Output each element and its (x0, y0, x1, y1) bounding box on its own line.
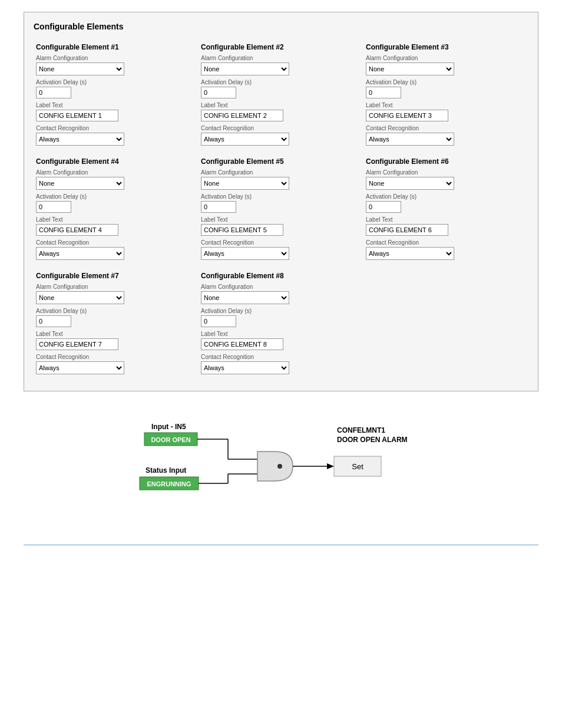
element-4-alarm-label: Alarm Configuration (36, 169, 191, 176)
element-6-delay-input[interactable] (366, 201, 401, 213)
element-2-delay-input[interactable] (201, 87, 236, 98)
element-7-alarm-label: Alarm Configuration (36, 284, 191, 290)
element-2-labeltext-input[interactable] (201, 110, 283, 121)
element-1-title: Configurable Element #1 (36, 43, 191, 51)
diagram-container: Input - IN5 DOOR OPEN Status Input ENGRU… (134, 421, 428, 515)
element-3-delay-input[interactable] (366, 87, 401, 98)
element-7-alarm-select[interactable]: NoneAlarmWarning (36, 291, 124, 304)
element-5-title: Configurable Element #5 (201, 157, 356, 166)
page-container: Configurable Elements Configurable Eleme… (0, 0, 562, 728)
config-element-7: Configurable Element #7 Alarm Configurat… (34, 267, 199, 381)
status-label: Status Input (146, 466, 186, 475)
element-5-alarm-select[interactable]: NoneAlarmWarning (201, 177, 289, 190)
element-1-delay-input[interactable] (36, 87, 71, 98)
element-4-delay-input[interactable] (36, 201, 71, 213)
element-6-delay-label: Activation Delay (s) (366, 193, 521, 200)
element-8-title: Configurable Element #8 (201, 272, 356, 280)
element-2-alarm-select[interactable]: NoneAlarmWarning (201, 62, 289, 75)
element-1-alarm-select[interactable]: NoneAlarmWarning (36, 62, 124, 75)
element-3-alarm-label: Alarm Configuration (366, 55, 521, 61)
element-4-labeltext-label: Label Text (36, 216, 191, 223)
element-8-contact-label: Contact Recognition (201, 354, 356, 360)
element-5-contact-select[interactable]: AlwaysNeverOn Change (201, 247, 289, 260)
input-label: Input - IN5 (151, 423, 186, 431)
element-6-title: Configurable Element #6 (366, 157, 521, 166)
config-element-4: Configurable Element #4 Alarm Configurat… (34, 153, 199, 267)
config-panel-title: Configurable Elements (34, 22, 528, 31)
element-8-labeltext-label: Label Text (201, 331, 356, 337)
config-element-6: Configurable Element #6 Alarm Configurat… (363, 153, 528, 267)
element-1-contact-label: Contact Recognition (36, 125, 191, 131)
config-grid: Configurable Element #1 Alarm Configurat… (34, 38, 528, 381)
set-label: Set (352, 462, 363, 471)
element-6-alarm-label: Alarm Configuration (366, 169, 521, 176)
element-6-alarm-select[interactable]: NoneAlarmWarning (366, 177, 454, 190)
config-element-1: Configurable Element #1 Alarm Configurat… (34, 38, 199, 153)
config-element-8: Configurable Element #8 Alarm Configurat… (199, 267, 363, 381)
element-4-contact-label: Contact Recognition (36, 239, 191, 246)
output-line2: DOOR OPEN ALARM (337, 436, 408, 444)
element-7-title: Configurable Element #7 (36, 272, 191, 280)
element-8-delay-input[interactable] (201, 315, 236, 327)
arrow-to-set (327, 463, 334, 469)
element-7-contact-select[interactable]: AlwaysNeverOn Change (36, 361, 124, 374)
element-2-contact-label: Contact Recognition (201, 125, 356, 131)
element-1-contact-select[interactable]: AlwaysNeverOn Change (36, 133, 124, 146)
element-8-alarm-label: Alarm Configuration (201, 284, 356, 290)
engrunning-badge-text: ENGRUNNING (147, 480, 191, 487)
element-1-labeltext-label: Label Text (36, 102, 191, 108)
element-6-contact-select[interactable]: AlwaysNeverOn Change (366, 247, 454, 260)
element-1-labeltext-input[interactable] (36, 110, 118, 121)
element-6-labeltext-input[interactable] (366, 224, 448, 236)
element-1-alarm-label: Alarm Configuration (36, 55, 191, 61)
config-element-3: Configurable Element #3 Alarm Configurat… (363, 38, 528, 153)
element-7-labeltext-input[interactable] (36, 338, 118, 350)
element-2-labeltext-label: Label Text (201, 102, 356, 108)
element-4-contact-select[interactable]: AlwaysNeverOn Change (36, 247, 124, 260)
element-3-labeltext-label: Label Text (366, 102, 521, 108)
element-4-title: Configurable Element #4 (36, 157, 191, 166)
divider-top (24, 545, 538, 545)
element-6-contact-label: Contact Recognition (366, 239, 521, 246)
element-8-alarm-select[interactable]: NoneAlarmWarning (201, 291, 289, 304)
element-8-labeltext-input[interactable] (201, 338, 283, 350)
gate-dot (277, 464, 282, 469)
element-3-alarm-select[interactable]: NoneAlarmWarning (366, 62, 454, 75)
element-7-delay-input[interactable] (36, 315, 71, 327)
element-5-labeltext-label: Label Text (201, 216, 356, 223)
element-3-labeltext-input[interactable] (366, 110, 448, 121)
config-element-5: Configurable Element #5 Alarm Configurat… (199, 153, 363, 267)
element-5-delay-label: Activation Delay (s) (201, 193, 356, 200)
element-3-title: Configurable Element #3 (366, 43, 521, 51)
element-5-delay-input[interactable] (201, 201, 236, 213)
element-3-contact-select[interactable]: AlwaysNeverOn Change (366, 133, 454, 146)
config-element-empty (363, 267, 528, 381)
bottom-spacer (24, 563, 538, 728)
element-8-delay-label: Activation Delay (s) (201, 308, 356, 314)
element-3-delay-label: Activation Delay (s) (366, 79, 521, 85)
element-5-labeltext-input[interactable] (201, 224, 283, 236)
element-2-alarm-label: Alarm Configuration (201, 55, 356, 61)
element-2-delay-label: Activation Delay (s) (201, 79, 356, 85)
door-open-badge-text: DOOR OPEN (151, 436, 190, 443)
element-3-contact-label: Contact Recognition (366, 125, 521, 131)
element-4-alarm-select[interactable]: NoneAlarmWarning (36, 177, 124, 190)
output-line1: CONFELMNT1 (337, 426, 385, 434)
element-2-contact-select[interactable]: AlwaysNeverOn Change (201, 133, 289, 146)
config-panel: Configurable Elements Configurable Eleme… (24, 12, 538, 391)
element-7-delay-label: Activation Delay (s) (36, 308, 191, 314)
config-element-2: Configurable Element #2 Alarm Configurat… (199, 38, 363, 153)
element-1-delay-label: Activation Delay (s) (36, 79, 191, 85)
element-5-contact-label: Contact Recognition (201, 239, 356, 246)
and-gate (257, 452, 293, 481)
element-6-labeltext-label: Label Text (366, 216, 521, 223)
diagram-section: Input - IN5 DOOR OPEN Status Input ENGRU… (24, 409, 538, 533)
element-2-title: Configurable Element #2 (201, 43, 356, 51)
element-7-contact-label: Contact Recognition (36, 354, 191, 360)
element-4-delay-label: Activation Delay (s) (36, 193, 191, 200)
element-8-contact-select[interactable]: AlwaysNeverOn Change (201, 361, 289, 374)
element-5-alarm-label: Alarm Configuration (201, 169, 356, 176)
element-4-labeltext-input[interactable] (36, 224, 118, 236)
element-7-labeltext-label: Label Text (36, 331, 191, 337)
diagram-svg: Input - IN5 DOOR OPEN Status Input ENGRU… (134, 421, 428, 515)
